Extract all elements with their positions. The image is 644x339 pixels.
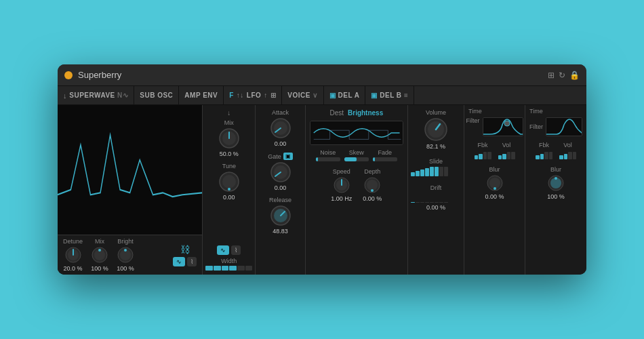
del-b-vol-group: Vol [559,142,576,159]
del-b-fbk-vol-row: Fbk Vol [529,142,582,159]
del-a-filter-knob-container [483,117,523,136]
gate-knob[interactable] [270,161,291,183]
wave-btn-sq[interactable]: ⌇ [187,257,197,266]
del-a-panel: Time Filter Fbk [464,105,525,275]
mix-knob[interactable] [91,246,108,264]
section-voice[interactable]: Voice ∨ [282,86,323,104]
lfo-fade-bar[interactable] [373,157,397,161]
svg-point-5 [98,249,101,252]
volume-knob-group: Volume 82.1 % [424,109,448,150]
release-knob[interactable] [270,205,291,226]
lfo-speed-depth-row: Speed 1.00 Hz Depth [310,168,403,202]
del-a-vol-group: Vol [498,142,515,159]
del-b-panel: Time Filter Fbk [525,105,586,275]
sub-osc-panel: ↓ Mix 50.0 % Tune [203,105,256,275]
sub-tune-knob[interactable] [218,171,240,193]
del-a-blur-knob[interactable] [486,174,504,192]
del-b-vol-bars[interactable] [559,150,576,159]
drift-bars[interactable] [411,193,448,203]
lfo-panel: Dest Brightness Noise [306,105,408,275]
slide-bars[interactable] [411,167,448,176]
del-a-fbk-bars[interactable] [475,150,491,159]
svg-point-12 [222,175,236,188]
drift-group: Drift 0.00 % [411,184,461,211]
sub-wave-sine[interactable]: ∿ [217,245,229,255]
sub-osc-header: ↓ [227,109,230,117]
lfo-speed-group: Speed 1.00 Hz [331,168,352,202]
plugin-window: Superberry ⊞ ↻ 🔒 ↓ Superwave n∿ Sub Osc … [58,64,586,275]
del-b-blur-group: Blur 100 % [529,166,582,200]
volume-knob[interactable] [424,117,448,142]
del-b-filter-display [546,117,582,136]
section-del-b[interactable]: ▣ Del B ≡ [365,86,414,104]
sub-tune-knob-group: Tune 0.00 [218,163,240,201]
del-a-blur-group: Blur 0.00 % [468,166,521,200]
svg-point-32 [494,187,496,190]
wave-shape-buttons: ∿ ⌇ [173,257,197,266]
voice-panel: Volume 82.1 % Slide [408,105,464,275]
save-icon[interactable]: ⊞ [548,71,555,80]
svg-rect-0 [58,105,202,235]
del-b-fbk-group: Fbk [536,142,552,159]
gate-indicator: ▣ [283,153,293,160]
window-dot[interactable] [64,71,73,79]
lfo-depth-group: Depth 0.00 % [363,168,382,202]
main-content: Detune 20.0 % Mix [58,105,586,275]
section-sub-osc[interactable]: Sub Osc [134,86,179,104]
svg-rect-28 [483,118,523,136]
lfo-noise-group: Noise [316,149,340,161]
lock-icon[interactable]: 🔒 [569,71,580,80]
detune-knob[interactable] [64,246,82,264]
slide-group: Slide [411,158,461,176]
attack-knob-group: Attack 0.00 [270,109,291,147]
osc-panel: Detune 20.0 % Mix [58,105,203,275]
svg-point-24 [367,180,378,191]
refresh-icon[interactable]: ↻ [559,71,565,80]
svg-point-31 [489,178,500,188]
del-a-filter-row: Filter [468,117,521,136]
lfo-noiseskewfade-row: Noise Skew Fade [310,149,403,161]
sub-mix-knob[interactable] [218,127,240,149]
sub-wave-buttons: ∿ ⌇ [205,245,252,255]
lfo-skew-group: Skew [344,149,369,161]
bright-knob[interactable] [117,246,134,264]
svg-point-8 [124,249,127,252]
del-b-blur-knob[interactable] [547,174,565,192]
detune-knob-group: Detune 20.0 % [63,238,83,272]
section-amp-env[interactable]: Amp Env [179,86,224,104]
lfo-skew-bar[interactable] [344,157,369,161]
del-a-fbk-group: Fbk [475,142,491,159]
wave-btn-sine[interactable]: ∿ [173,257,185,266]
bright-knob-group: Bright 100 % [117,238,134,272]
lfo-speed-knob[interactable] [333,176,350,194]
amp-env-panel: Attack 0.00 Gate ▣ [256,105,305,275]
section-del-a[interactable]: ▣ Del A [324,86,366,104]
del-b-filter-row: Filter [529,117,582,136]
section-lfo[interactable]: F ↑↓ LFO ↑ ⊞ [224,86,282,104]
plugin-title: Superberry [78,70,548,80]
osc-display [58,105,202,235]
attack-knob[interactable] [270,117,291,139]
gate-knob-group: Gate ▣ 0.00 [268,153,293,191]
svg-point-29 [504,121,510,126]
release-knob-group: Release 48.83 [269,197,291,235]
section-bar: ↓ Superwave n∿ Sub Osc Amp Env F ↑↓ LFO … [58,86,586,105]
link-icon[interactable]: ⛓ [180,244,190,255]
width-bar[interactable] [205,266,252,271]
del-a-time-row: Time [468,108,521,115]
lfo-fade-group: Fade [373,149,397,161]
lfo-dest-row: Dest Brightness [310,109,403,117]
svg-rect-33 [546,118,582,136]
sub-mix-knob-group: Mix 50.0 % [218,119,240,157]
section-download[interactable]: ↓ Superwave n∿ [58,86,134,104]
del-b-fbk-bars[interactable] [536,150,552,159]
svg-point-13 [228,188,230,191]
lfo-noise-bar[interactable] [316,157,340,161]
lfo-depth-knob[interactable] [363,176,381,194]
svg-rect-20 [310,121,403,144]
sub-wave-sq[interactable]: ⌇ [231,245,241,255]
svg-point-25 [371,189,374,192]
del-a-filter-display [483,117,523,136]
del-b-time-row: Time [529,108,582,115]
del-a-vol-bars[interactable] [498,150,515,159]
